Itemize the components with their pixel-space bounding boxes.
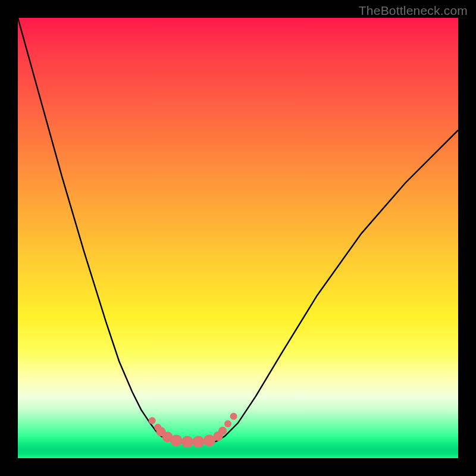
data-marker bbox=[192, 436, 204, 448]
watermark-text: TheBottleneck.com bbox=[359, 4, 468, 18]
data-marker bbox=[149, 417, 156, 424]
v-curve bbox=[18, 18, 458, 443]
data-marker bbox=[218, 427, 227, 435]
data-markers bbox=[149, 413, 237, 448]
gradient-plot-area bbox=[18, 18, 458, 458]
chart-frame: TheBottleneck.com bbox=[0, 0, 476, 476]
data-marker bbox=[181, 436, 193, 448]
data-marker bbox=[230, 413, 237, 420]
data-marker bbox=[170, 434, 182, 446]
data-marker bbox=[224, 420, 231, 427]
chart-overlay bbox=[18, 18, 458, 458]
